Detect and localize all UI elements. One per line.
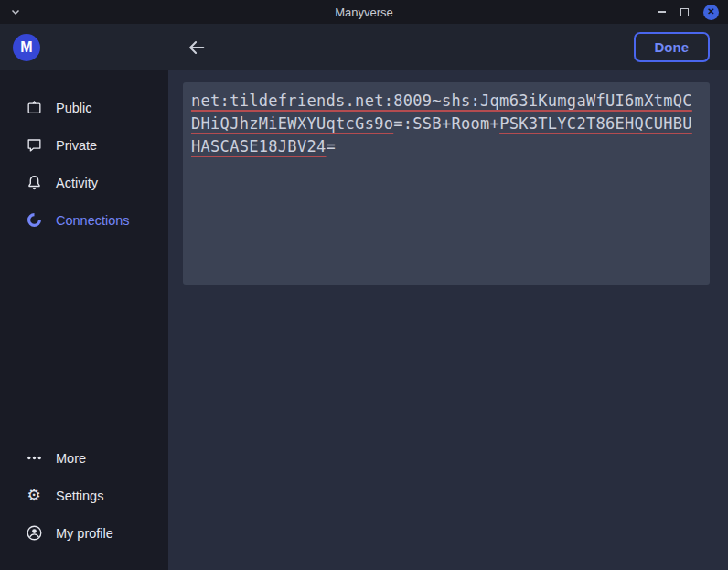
sidebar-item-public[interactable]: Public [0, 89, 168, 126]
invite-code-segment: PSK3TLYC2T86EHQCUHBU [499, 114, 692, 133]
invite-code-segment: net:tildefriends.net:8009~shs:Jqm63iKumg… [191, 91, 692, 110]
app-window: Manyverse ✕ M Done [0, 0, 728, 570]
sidebar-item-connections[interactable]: Connections [0, 201, 168, 239]
sidebar-item-more[interactable]: More [0, 439, 168, 477]
done-button[interactable]: Done [634, 32, 711, 62]
invite-code-line: HASCASE18JBV24= [191, 135, 701, 158]
restore-icon[interactable] [680, 8, 689, 16]
titlebar: Manyverse ✕ [0, 0, 728, 24]
sidebar-item-label: More [56, 451, 86, 466]
invite-code-segment: DHiQJhzMiEWXYUqtcGs9o [191, 114, 393, 133]
window-controls: ✕ [658, 5, 728, 20]
sidebar-item-label: Connections [56, 213, 130, 228]
sidebar-item-label: My profile [56, 526, 113, 541]
invite-code-segment: HASCASE18JBV24 [191, 137, 327, 156]
invite-code-segment: = [327, 137, 337, 156]
manyverse-logo: M [13, 34, 40, 61]
app-header: M Done [0, 24, 728, 70]
invite-code-input[interactable]: net:tildefriends.net:8009~shs:Jqm63iKumg… [183, 82, 710, 285]
sidebar-item-label: Activity [56, 176, 98, 190]
dots-icon [25, 449, 43, 468]
arrow-left-icon [187, 38, 207, 58]
invite-code-line: DHiQJhzMiEWXYUqtcGs9o=:SSB+Room+PSK3TLYC… [191, 113, 701, 135]
window-menu-button[interactable] [11, 9, 20, 16]
sidebar-item-private[interactable]: Private [0, 126, 168, 164]
main-content: net:tildefriends.net:8009~shs:Jqm63iKumg… [168, 70, 728, 570]
bell-icon [25, 174, 43, 192]
sidebar-spacer [0, 239, 168, 439]
sidebar-item-label: Public [56, 101, 92, 115]
invite-code-segment: =:SSB+Room+ [393, 114, 499, 133]
sidebar-item-activity[interactable]: Activity [0, 164, 168, 201]
gear-icon: ⚙ [25, 487, 43, 505]
window-title: Manyverse [0, 5, 728, 19]
person-icon [25, 524, 43, 543]
sidebar-item-settings[interactable]: ⚙ Settings [0, 477, 168, 514]
sidebar-item-my-profile[interactable]: My profile [0, 514, 168, 552]
sidebar: Public Private Activity [0, 70, 168, 570]
body: Public Private Activity [0, 70, 728, 570]
sidebar-item-label: Private [56, 138, 97, 153]
sidebar-item-label: Settings [56, 489, 103, 503]
close-icon[interactable]: ✕ [703, 5, 719, 20]
invite-code-line: net:tildefriends.net:8009~shs:Jqm63iKumg… [191, 90, 701, 113]
chevron-down-icon [11, 9, 20, 16]
minimize-icon[interactable] [658, 11, 666, 13]
swirl-icon [25, 211, 43, 230]
message-icon [25, 136, 43, 155]
bulletin-board-icon [25, 99, 43, 117]
back-button[interactable] [183, 34, 210, 61]
